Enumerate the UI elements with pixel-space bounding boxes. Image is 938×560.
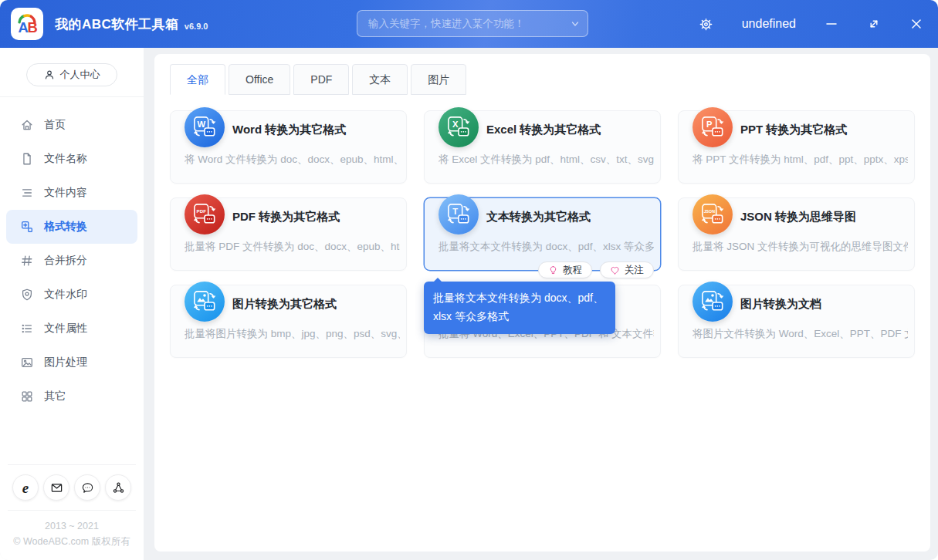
card-convert-icon: P <box>692 107 733 147</box>
card-title: JSON 转换为思维导图 <box>740 210 856 224</box>
browser-icon: e <box>22 481 29 495</box>
sidebar-item-5[interactable]: 文件水印 <box>6 278 137 312</box>
file-name-icon <box>19 152 34 166</box>
tooltip: 批量将文本文件转换为 docx、pdf、xlsx 等众多格式 <box>424 282 615 334</box>
feature-card-8[interactable]: 图片转换为文档将图片文件转换为 Word、Excel、PPT、PDF 文档格式 <box>678 285 915 358</box>
card-title: PDF 转换为其它格式 <box>232 210 340 224</box>
sidebar-item-label: 合并拆分 <box>44 254 87 268</box>
search-input[interactable] <box>368 18 564 29</box>
sidebar-item-6[interactable]: 文件属性 <box>6 312 137 346</box>
card-description: 将 Word 文件转换为 doc、docx、epub、html、pdf <box>185 153 400 167</box>
image-process-icon <box>19 356 34 369</box>
close-button[interactable] <box>909 17 923 31</box>
browser-button[interactable]: e <box>12 474 39 501</box>
mail-button[interactable] <box>43 474 69 501</box>
feature-card-0[interactable]: WWord 转换为其它格式将 Word 文件转换为 doc、docx、epub、… <box>170 110 407 184</box>
card-description: 将 PPT 文件转换为 html、pdf、ppt、pptx、xps 等众 <box>692 153 908 167</box>
feature-card-1[interactable]: XExcel 转换为其它格式将 Excel 文件转换为 pdf、html、csv… <box>424 110 661 184</box>
card-title: PPT 转换为其它格式 <box>740 123 847 137</box>
maximize-button[interactable] <box>867 17 881 31</box>
copyright-text: © WodeABC.com 版权所有 <box>0 535 144 548</box>
tab-4[interactable]: 图片 <box>411 64 466 95</box>
sidebar-item-label: 文件属性 <box>44 322 87 336</box>
quick-search-box[interactable] <box>357 10 588 37</box>
feature-card-3[interactable]: PDFPDF 转换为其它格式批量将 PDF 文件转换为 doc、docx、epu… <box>170 197 407 271</box>
card-description: 批量将 JSON 文件转换为可视化的思维导图文件，在 <box>692 240 908 254</box>
settings-button[interactable] <box>699 17 713 32</box>
sidebar-item-2[interactable]: 文件内容 <box>6 176 137 210</box>
mail-icon <box>50 481 63 494</box>
chat-button[interactable] <box>74 474 100 501</box>
card-convert-icon: W <box>185 107 225 147</box>
profile-label: 个人中心 <box>60 68 100 82</box>
chevron-down-icon[interactable] <box>571 19 580 29</box>
heart-icon <box>610 265 620 275</box>
bulb-icon <box>548 265 558 275</box>
app-title: 我的ABC软件工具箱 <box>55 15 179 33</box>
follow-badge[interactable]: 关注 <box>600 261 654 278</box>
tab-0[interactable]: 全部 <box>170 64 225 95</box>
app-window: AB 我的ABC软件工具箱 v6.9.0 undefined 个人中心 首页文件… <box>0 0 938 560</box>
divider <box>8 510 136 511</box>
card-title: 文本转换为其它格式 <box>486 210 591 224</box>
divider <box>0 96 144 97</box>
card-badges: 教程关注 <box>538 261 654 278</box>
card-title: Word 转换为其它格式 <box>232 123 346 137</box>
card-convert-icon <box>185 282 225 322</box>
tab-3[interactable]: 文本 <box>352 64 408 95</box>
svg-text:JSON: JSON <box>704 209 716 214</box>
share-button[interactable] <box>105 474 131 501</box>
badge-label: 教程 <box>563 264 582 277</box>
card-title: 图片转换为其它格式 <box>232 297 337 312</box>
tab-2[interactable]: PDF <box>293 64 349 95</box>
sidebar-item-label: 文件内容 <box>44 186 87 200</box>
main-panel: 全部OfficePDF文本图片 WWord 转换为其它格式将 Word 文件转换… <box>154 54 930 552</box>
copyright-years: 2013 ~ 2021 <box>0 521 144 531</box>
svg-text:B: B <box>28 19 38 35</box>
feature-card-5[interactable]: JSONJSON 转换为思维导图批量将 JSON 文件转换为可视化的思维导图文件… <box>678 197 915 271</box>
svg-text:P: P <box>706 120 713 129</box>
social-links: e <box>0 465 144 510</box>
tab-1[interactable]: Office <box>229 64 290 95</box>
card-description: 将 Excel 文件转换为 pdf、html、csv、txt、svg 等众 <box>439 153 654 167</box>
card-convert-icon: PDF <box>185 194 225 234</box>
sidebar-item-0[interactable]: 首页 <box>6 108 137 142</box>
sidebar-item-label: 格式转换 <box>44 220 87 234</box>
card-description: 批量将文本文件转换为 docx、pdf、xlsx 等众多格式 <box>439 240 654 254</box>
maximize-icon <box>867 17 881 31</box>
window-controls: undefined <box>699 0 923 48</box>
card-title: 图片转换为文档 <box>740 297 821 312</box>
card-title: Excel 转换为其它格式 <box>486 123 601 137</box>
card-description: 将图片文件转换为 Word、Excel、PPT、PDF 文档格式 <box>692 327 908 341</box>
titlebar: AB 我的ABC软件工具箱 v6.9.0 undefined <box>0 0 938 48</box>
card-description: 批量将图片转换为 bmp、jpg、png、psd、svg、we <box>185 327 400 341</box>
svg-text:PDF: PDF <box>197 208 207 214</box>
sidebar: 个人中心 首页文件名称文件内容格式转换合并拆分文件水印文件属性图片处理其它 e … <box>0 48 144 560</box>
app-version: v6.9.0 <box>185 22 208 31</box>
sidebar-item-3[interactable]: 格式转换 <box>6 210 137 244</box>
sidebar-item-label: 图片处理 <box>44 356 87 369</box>
card-convert-icon <box>692 282 733 322</box>
feature-card-6[interactable]: 图片转换为其它格式批量将图片转换为 bmp、jpg、png、psd、svg、we <box>170 285 407 358</box>
tooltip-text: 批量将文本文件转换为 docx、pdf、xlsx 等众多格式 <box>433 292 604 322</box>
sidebar-item-8[interactable]: 其它 <box>6 380 137 413</box>
feature-card-4[interactable]: T文本转换为其它格式批量将文本文件转换为 docx、pdf、xlsx 等众多格式… <box>424 197 661 271</box>
feature-card-2[interactable]: PPPT 转换为其它格式将 PPT 文件转换为 html、pdf、ppt、ppt… <box>678 110 915 184</box>
minimize-button[interactable] <box>825 17 838 31</box>
card-convert-icon: X <box>439 107 479 147</box>
format-convert-icon <box>19 220 34 234</box>
sidebar-item-4[interactable]: 合并拆分 <box>6 244 137 278</box>
screenshot-icon: undefined <box>742 17 796 31</box>
watermark-icon <box>19 288 34 302</box>
chat-icon <box>81 481 94 494</box>
sidebar-nav: 首页文件名称文件内容格式转换合并拆分文件水印文件属性图片处理其它 <box>0 108 144 413</box>
sidebar-item-label: 文件水印 <box>44 288 87 302</box>
profile-button[interactable]: 个人中心 <box>26 63 117 86</box>
screenshot-button[interactable]: undefined <box>742 17 796 31</box>
sidebar-item-1[interactable]: 文件名称 <box>6 142 137 176</box>
sidebar-item-label: 文件名称 <box>44 152 87 166</box>
tutorial-badge[interactable]: 教程 <box>538 261 592 278</box>
close-icon <box>909 17 923 31</box>
others-icon <box>19 390 34 403</box>
sidebar-item-7[interactable]: 图片处理 <box>6 346 137 380</box>
